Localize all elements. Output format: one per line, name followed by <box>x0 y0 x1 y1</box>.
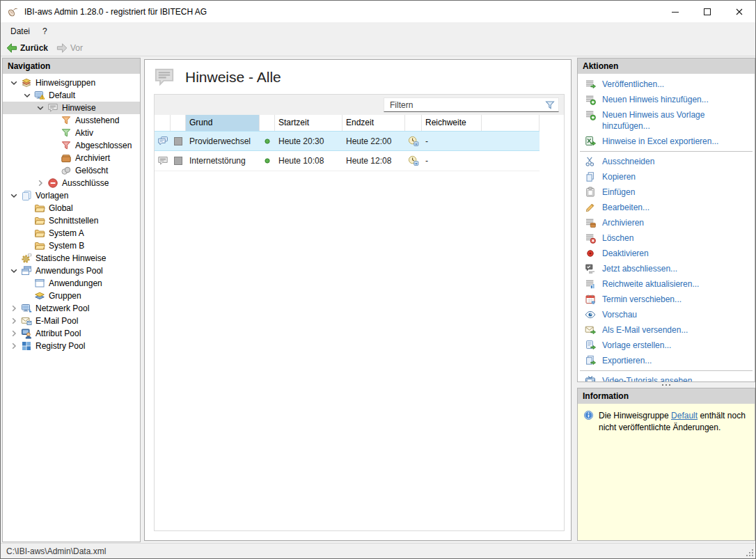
maximize-button[interactable] <box>691 1 723 22</box>
chevron-right-icon[interactable] <box>35 178 46 189</box>
table-row-internetst-rung[interactable]: InternetstörungHeute 10:08Heute 12:08- <box>155 151 540 171</box>
hinweise-table: GrundStartzeitEndzeitReichweite Provider… <box>154 94 565 531</box>
column-header-reichweite[interactable]: Reichweite <box>422 115 482 131</box>
forward-label: Vor <box>70 43 83 53</box>
action-video-tutorials-ansehen[interactable]: Video-Tutorials ansehen... <box>578 373 755 381</box>
row-type-icon <box>155 136 171 147</box>
excel-export-icon <box>585 136 596 147</box>
tree-item-gel-scht[interactable]: Gelöscht <box>3 164 140 177</box>
chevron-down-icon[interactable] <box>22 90 33 101</box>
row-status-icon <box>260 155 275 166</box>
tree-item-ausschl-sse[interactable]: Ausschlüsse <box>3 177 140 189</box>
tree-item-system-b[interactable]: System B <box>3 239 140 252</box>
filter-funnel-icon[interactable] <box>544 100 556 111</box>
action-neuen-hinweis-hinzuf-gen[interactable]: Neuen Hinweis hinzufügen... <box>578 92 755 107</box>
column-header-blank-1[interactable] <box>171 115 186 131</box>
chevron-right-icon[interactable] <box>8 315 19 326</box>
action-hinweise-in-excel-exportieren[interactable]: Hinweise in Excel exportieren... <box>578 134 755 149</box>
tree-item-anwendungen[interactable]: Anwendungen <box>3 277 140 290</box>
tree-spacer <box>48 115 59 126</box>
action-ver-ffentlichen[interactable]: Veröffentlichen... <box>578 77 755 92</box>
menu-help[interactable]: ? <box>36 26 54 36</box>
panel-splitter[interactable] <box>577 382 755 388</box>
right-column: Aktionen Veröffentlichen...Neuen Hinweis… <box>577 58 755 541</box>
column-header-blank-6[interactable] <box>405 115 422 131</box>
default-group-link[interactable]: Default <box>671 411 698 420</box>
action-termin-verschieben[interactable]: Termin verschieben... <box>578 292 755 307</box>
tree-item-global[interactable]: Global <box>3 202 140 214</box>
tree-item-system-a[interactable]: System A <box>3 227 140 239</box>
folder-icon <box>34 228 45 239</box>
chevron-down-icon[interactable] <box>35 102 46 113</box>
column-header-blank-0[interactable] <box>155 115 171 131</box>
action-vorschau[interactable]: Vorschau <box>578 307 755 322</box>
tree-item-registry-pool[interactable]: Registry Pool <box>3 340 140 352</box>
filter-input[interactable] <box>384 98 558 111</box>
tree-item-label: Hinweise <box>62 103 96 113</box>
action-deaktivieren[interactable]: Deaktivieren <box>578 246 755 261</box>
close-button[interactable] <box>723 1 755 22</box>
tree-item-e-mail-pool[interactable]: E-Mail Pool <box>3 315 140 327</box>
action-ausschneiden[interactable]: Ausschneiden <box>578 154 755 169</box>
tree-item-aktiv[interactable]: Aktiv <box>3 127 140 139</box>
chevron-right-icon[interactable] <box>8 328 19 339</box>
tree-item-gruppen[interactable]: Gruppen <box>3 290 140 302</box>
action-als-e-mail-versenden[interactable]: Als E-Mail versenden... <box>578 322 755 338</box>
minimize-button[interactable] <box>659 1 691 22</box>
action-l-schen[interactable]: Löschen <box>578 230 755 246</box>
resize-grip[interactable] <box>745 548 753 556</box>
tree-spacer <box>22 278 33 289</box>
chevron-down-icon[interactable] <box>8 77 19 88</box>
action-reichweite-aktualisieren[interactable]: Reichweite aktualisieren... <box>578 276 755 292</box>
flag-square-icon <box>173 136 184 147</box>
templates-icon <box>21 190 32 201</box>
tree-item-statische-hinweise[interactable]: Statische Hinweise <box>3 252 140 265</box>
column-header-grund[interactable]: Grund <box>186 115 260 131</box>
back-button[interactable]: Zurück <box>2 40 52 56</box>
chevron-right-icon[interactable] <box>8 340 19 352</box>
chevron-right-icon[interactable] <box>8 303 19 314</box>
tree-item-vorlagen[interactable]: Vorlagen <box>3 189 140 202</box>
column-header-blank-3[interactable] <box>260 115 275 131</box>
static-hints-icon <box>21 253 32 264</box>
tree-item-attribut-pool[interactable]: Attribut Pool <box>3 327 140 340</box>
tree-item-anwendungs-pool[interactable]: Anwendungs Pool <box>3 265 140 277</box>
tree-item-archiviert[interactable]: Archiviert <box>3 152 140 164</box>
menu-datei[interactable]: Datei <box>4 26 36 36</box>
funnel-orange-icon <box>61 115 72 126</box>
column-header-blank-8[interactable] <box>482 115 540 131</box>
column-header-endzeit[interactable]: Endzeit <box>342 115 405 131</box>
forward-button[interactable]: Vor <box>52 40 87 56</box>
action-archivieren[interactable]: Archivieren <box>578 215 755 230</box>
tree-item-label: Gelöscht <box>75 166 108 175</box>
row-status-icon <box>260 136 275 147</box>
tree-item-schnittstellen[interactable]: Schnittstellen <box>3 214 140 227</box>
action-label: Vorschau <box>602 309 637 320</box>
tree-spacer <box>8 253 19 264</box>
tree-item-default[interactable]: Default <box>3 89 140 102</box>
action-label: Vorlage erstellen... <box>602 340 671 351</box>
chevron-down-icon[interactable] <box>8 190 19 201</box>
action-jetzt-abschliessen[interactable]: Jetzt abschliessen... <box>578 261 755 276</box>
chevron-down-icon[interactable] <box>8 265 19 276</box>
action-neuen-hinweis-aus-vorlage-hinzuf-gen[interactable]: Neuen Hinweis aus Vorlage hinzufügen... <box>578 107 755 134</box>
tree-item-hinweise[interactable]: Hinweise <box>3 102 140 114</box>
tree-spacer <box>22 228 33 239</box>
action-exportieren[interactable]: Exportieren... <box>578 353 755 368</box>
action-einf-gen[interactable]: Einfügen <box>578 184 755 200</box>
table-row-providerwechsel[interactable]: ProviderwechselHeute 20:30Heute 22:00- <box>155 131 540 151</box>
tree-item-label: Attribut Pool <box>36 329 81 338</box>
column-header-startzeit[interactable]: Startzeit <box>275 115 342 131</box>
tree-item-netzwerk-pool[interactable]: Netzwerk Pool <box>3 302 140 315</box>
tree-item-ausstehend[interactable]: Ausstehend <box>3 114 140 127</box>
action-bearbeiten[interactable]: Bearbeiten... <box>578 200 755 215</box>
action-kopieren[interactable]: Kopieren <box>578 169 755 184</box>
hinweise-title-icon <box>154 67 175 88</box>
folder-icon <box>34 215 45 226</box>
tree-item-hinweisgruppen[interactable]: Hinweisgruppen <box>3 77 140 89</box>
action-vorlage-erstellen[interactable]: Vorlage erstellen... <box>578 338 755 353</box>
monitor-warning-icon <box>34 90 45 101</box>
hinweis-row-icon <box>157 155 168 166</box>
action-label: Löschen <box>602 233 633 244</box>
tree-item-abgeschlossen[interactable]: Abgeschlossen <box>3 139 140 152</box>
